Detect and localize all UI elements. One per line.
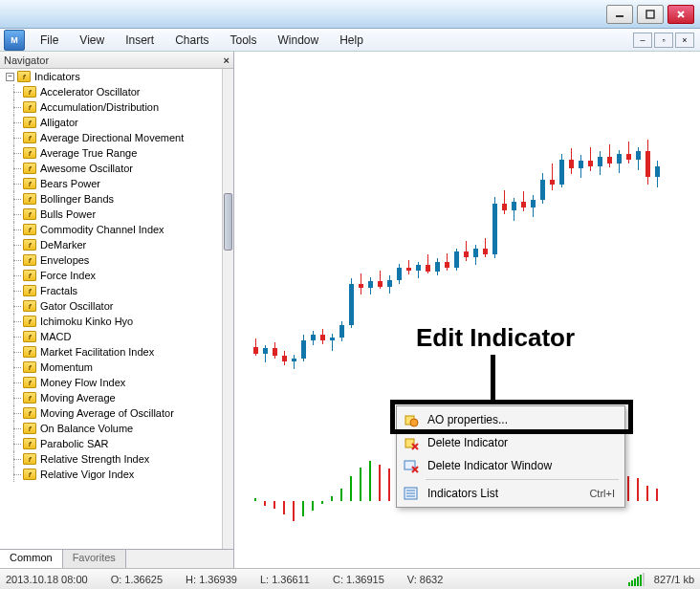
tree-item[interactable]: fMomentum <box>0 360 222 375</box>
navigator-close-icon[interactable]: × <box>224 55 230 66</box>
tree-item-label: Moving Average of Oscillator <box>40 407 174 419</box>
menu-insert[interactable]: Insert <box>116 31 164 50</box>
tree-item[interactable]: fGator Oscillator <box>0 298 222 314</box>
tree-item[interactable]: fIchimoku Kinko Hyo <box>0 314 222 329</box>
tree-item[interactable]: fMoving Average of Oscillator <box>0 405 222 421</box>
navigator-title: Navigator <box>4 55 49 66</box>
statusbar: 2013.10.18 08:00 O: 1.36625 H: 1.36939 L… <box>0 568 700 589</box>
tree-item[interactable]: fMarket Facilitation Index <box>0 344 222 360</box>
tree-item-label: Moving Average <box>40 392 116 404</box>
status-close: C: 1.36915 <box>333 574 384 585</box>
tree-item-label: Average Directional Movement <box>40 132 184 143</box>
ao-bar <box>302 501 304 516</box>
tree-item[interactable]: fAwesome Oscillator <box>0 161 222 176</box>
ao-bar <box>340 489 342 501</box>
tree-item[interactable]: fBollinger Bands <box>0 191 222 207</box>
ctx-indicators-list[interactable]: Indicators List Ctrl+I <box>399 482 623 505</box>
tree-item-label: Average True Range <box>40 147 137 159</box>
tree-item[interactable]: fMoving Average <box>0 390 222 405</box>
ctx-separator <box>426 479 619 480</box>
tree-item[interactable]: fMoney Flow Index <box>0 375 222 390</box>
tree-item-label: Bears Power <box>40 178 100 189</box>
indicator-icon: f <box>23 377 36 388</box>
indicator-icon: f <box>23 147 36 159</box>
tree-root-indicators[interactable]: −fIndicators <box>0 69 222 84</box>
app-icon: M <box>4 30 25 51</box>
tree-item-label: Bollinger Bands <box>40 193 114 205</box>
ctx-delete-window[interactable]: Delete Indicator Window <box>399 454 623 477</box>
tree-item-label: Commodity Channel Index <box>40 224 164 235</box>
tree-item[interactable]: fAverage True Range <box>0 145 222 161</box>
indicator-icon: f <box>23 285 36 296</box>
indicator-icon: f <box>23 178 36 189</box>
annotation-label: Edit Indicator <box>416 323 575 353</box>
tree-item[interactable]: fParabolic SAR <box>0 436 222 451</box>
navigator-tree[interactable]: −fIndicatorsfAccelerator OscillatorfAccu… <box>0 69 233 549</box>
indicator-icon: f <box>23 392 36 404</box>
ao-bar <box>331 496 333 501</box>
tree-item-label: Fractals <box>40 285 77 296</box>
tree-item[interactable]: fMACD <box>0 329 222 344</box>
tree-item[interactable]: fAccelerator Oscillator <box>0 84 222 99</box>
child-close-button[interactable]: × <box>675 33 694 48</box>
tree-item[interactable]: fEnvelopes <box>0 252 222 268</box>
tree-item[interactable]: fAlligator <box>0 115 222 130</box>
ctx-properties-label: AO properties... <box>427 413 508 426</box>
ao-bar <box>350 476 352 501</box>
indicator-icon: f <box>23 316 36 327</box>
minimize-button[interactable] <box>606 5 633 24</box>
scrollbar-thumb[interactable] <box>224 193 232 251</box>
child-restore-button[interactable]: ▫ <box>654 33 673 48</box>
tree-item[interactable]: fAverage Directional Movement <box>0 130 222 145</box>
indicator-icon: f <box>23 101 36 113</box>
tree-item[interactable]: fAccumulation/Distribution <box>0 99 222 115</box>
indicator-icon: f <box>23 193 36 205</box>
tree-item[interactable]: fBears Power <box>0 176 222 191</box>
ctx-delete-indicator[interactable]: Delete Indicator <box>399 431 623 454</box>
tree-item[interactable]: fForce Index <box>0 268 222 283</box>
connection-bars-icon <box>628 573 645 586</box>
tab-favorites[interactable]: Favorites <box>63 550 126 568</box>
tree-item-label: Relative Vigor Index <box>40 469 134 480</box>
indicator-icon: f <box>23 453 36 465</box>
tree-item-label: Parabolic SAR <box>40 438 109 449</box>
tree-item-label: Accelerator Oscillator <box>40 86 141 98</box>
tree-item[interactable]: fFractals <box>0 283 222 298</box>
ao-bar <box>388 469 390 501</box>
ctx-properties[interactable]: AO properties... <box>399 408 623 431</box>
tree-root-label: Indicators <box>34 71 80 82</box>
child-minimize-button[interactable]: – <box>633 33 652 48</box>
tree-item[interactable]: fCommodity Channel Index <box>0 222 222 237</box>
indicator-icon: f <box>23 469 36 480</box>
menu-tools[interactable]: Tools <box>221 31 267 50</box>
close-button[interactable] <box>667 5 694 24</box>
ctx-delete-indicator-label: Delete Indicator <box>427 436 508 449</box>
tree-item[interactable]: fDeMarker <box>0 237 222 252</box>
tree-item[interactable]: fRelative Strength Index <box>0 451 222 467</box>
menu-file[interactable]: File <box>31 31 68 50</box>
tree-item-label: DeMarker <box>40 239 86 251</box>
tree-item-label: Envelopes <box>40 254 89 266</box>
menu-view[interactable]: View <box>70 31 114 50</box>
ao-bar <box>312 501 314 511</box>
ao-bar <box>321 501 323 504</box>
maximize-button[interactable] <box>637 5 664 24</box>
menu-charts[interactable]: Charts <box>165 31 218 50</box>
menu-help[interactable]: Help <box>330 31 373 50</box>
indicator-icon: f <box>23 270 36 281</box>
tree-item-label: Market Facilitation Index <box>40 346 154 358</box>
ao-bar <box>369 461 371 501</box>
collapse-icon[interactable]: − <box>6 73 14 81</box>
tree-item[interactable]: fRelative Vigor Index <box>0 467 222 482</box>
tree-item-label: Force Index <box>40 270 96 281</box>
tree-item[interactable]: fBulls Power <box>0 207 222 222</box>
indicator-icon: f <box>23 407 36 419</box>
ao-bar <box>293 501 295 521</box>
tree-item-label: Momentum <box>40 361 93 373</box>
navigator-scrollbar[interactable] <box>222 69 233 549</box>
tree-item-label: Awesome Oscillator <box>40 163 133 174</box>
tab-common[interactable]: Common <box>0 550 63 568</box>
indicator-icon: f <box>23 423 36 434</box>
tree-item[interactable]: fOn Balance Volume <box>0 421 222 436</box>
menu-window[interactable]: Window <box>269 31 329 50</box>
